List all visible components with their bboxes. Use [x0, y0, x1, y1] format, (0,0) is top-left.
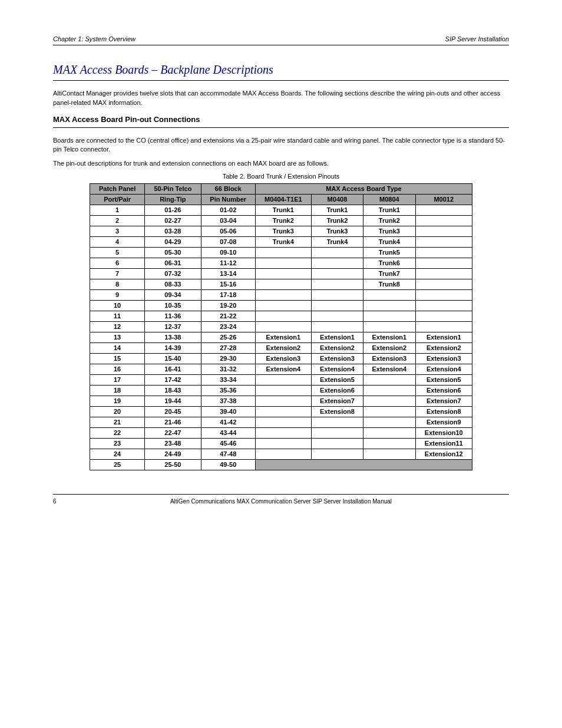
table-cell: Extension1: [363, 332, 415, 343]
table-cell: [311, 248, 363, 258]
table-cell: Trunk2: [311, 216, 363, 226]
table-cell: 43-44: [201, 428, 255, 439]
table-cell: 49-50: [201, 460, 255, 470]
table-cell: 15-16: [201, 279, 255, 290]
table-cell: 10-35: [145, 301, 201, 311]
table-cell: [311, 290, 363, 301]
table-cell: 09-34: [145, 290, 201, 301]
table-cell: Trunk3: [363, 226, 415, 237]
table-cell: 2: [90, 216, 145, 226]
th-pin: Pin Number: [201, 195, 255, 205]
table-cell: [363, 290, 415, 301]
table-cell: Trunk1: [255, 205, 311, 216]
table-row: 303-2805-06Trunk3Trunk3Trunk3: [90, 226, 472, 237]
table-row: 1515-4029-30Extension3Extension3Extensio…: [90, 354, 472, 364]
table-cell: 21-46: [145, 417, 201, 428]
table-cell: [255, 322, 311, 332]
subsection-rule: [53, 127, 509, 128]
table-cell: 01-26: [145, 205, 201, 216]
table-cell: 15-40: [145, 354, 201, 364]
page-header: Chapter 1: System Overview SIP Server In…: [53, 35, 509, 45]
page-container: Chapter 1: System Overview SIP Server In…: [0, 0, 562, 728]
table-cell: [363, 428, 415, 439]
mab-paragraph-1: Boards are connected to the CO (central …: [53, 136, 509, 154]
header-left: Chapter 1: System Overview: [53, 35, 135, 42]
table-cell: 19-44: [145, 396, 201, 407]
table-cell: 22: [90, 428, 145, 439]
table-cell: [255, 439, 311, 449]
table-row: 2222-4743-44Extension10: [90, 428, 472, 439]
table-cell: 35-36: [201, 386, 255, 396]
th-telco: 50-Pin Telco: [145, 184, 201, 195]
table-cell: 33-34: [201, 375, 255, 386]
table-cell: 23-24: [201, 322, 255, 332]
table-cell: [363, 396, 415, 407]
table-cell: Extension3: [415, 354, 472, 364]
table-cell: Extension4: [255, 364, 311, 375]
th-m0404: M0404-T1E1: [255, 195, 311, 205]
table-cell: [255, 258, 311, 269]
table-row: 2020-4539-40Extension8Extension8: [90, 407, 472, 417]
table-cell: 05-06: [201, 226, 255, 237]
table-cell: Trunk2: [255, 216, 311, 226]
table-cell: 19-20: [201, 301, 255, 311]
table-cell: [255, 311, 311, 322]
table-cell: [255, 386, 311, 396]
table-cell: Trunk4: [311, 237, 363, 248]
table-cell: Extension1: [255, 332, 311, 343]
table-cell: 21-22: [201, 311, 255, 322]
table-cell: 6: [90, 258, 145, 269]
table-row: 2424-4947-48Extension12: [90, 449, 472, 460]
th-m0012: M0012: [415, 195, 472, 205]
table-cell: Extension4: [363, 364, 415, 375]
table-cell-shaded: [255, 460, 472, 470]
table-row: 101-2601-02Trunk1Trunk1Trunk1: [90, 205, 472, 216]
table-row: 1414-3927-28Extension2Extension2Extensio…: [90, 343, 472, 354]
table-cell: Extension3: [311, 354, 363, 364]
table-cell: Trunk5: [363, 248, 415, 258]
table-row: 707-3213-14Trunk7: [90, 269, 472, 279]
table-cell: [415, 205, 472, 216]
footer-center-text: AltiGen Communications MAX Communication…: [71, 498, 491, 505]
table-cell: 03-28: [145, 226, 201, 237]
table-cell: [363, 417, 415, 428]
table-cell: Trunk2: [363, 216, 415, 226]
table-cell: 18: [90, 386, 145, 396]
table-cell: Extension8: [415, 407, 472, 417]
table-cell: 01-02: [201, 205, 255, 216]
table-cell: [415, 269, 472, 279]
section-title: MAX Access Boards – Backplane Descriptio…: [53, 63, 509, 77]
table-row: 505-3009-10Trunk5: [90, 248, 472, 258]
table-cell: [255, 428, 311, 439]
table-cell: 24: [90, 449, 145, 460]
table-cell: 05-30: [145, 248, 201, 258]
th-ring: Ring-Tip: [145, 195, 201, 205]
table-cell: Trunk7: [363, 269, 415, 279]
table-row: 202-2703-04Trunk2Trunk2Trunk2: [90, 216, 472, 226]
table-cell: Extension2: [415, 343, 472, 354]
table-cell: [415, 311, 472, 322]
table-cell: 13-38: [145, 332, 201, 343]
table-cell: [363, 301, 415, 311]
table-row: 1212-3723-24: [90, 322, 472, 332]
table-cell: 25: [90, 460, 145, 470]
table-row: 1010-3519-20: [90, 301, 472, 311]
table-cell: 11: [90, 311, 145, 322]
table-cell: 17: [90, 375, 145, 386]
table-cell: [311, 311, 363, 322]
table-cell: [415, 322, 472, 332]
table-cell: [415, 216, 472, 226]
table-cell: [363, 386, 415, 396]
table-cell: 07-08: [201, 237, 255, 248]
table-cell: Extension2: [311, 343, 363, 354]
table-cell: Trunk3: [255, 226, 311, 237]
section-rule: [53, 80, 509, 81]
table-cell: 20-45: [145, 407, 201, 417]
table-caption: Table 2. Board Trunk / Extension Pinouts: [53, 173, 509, 180]
table-cell: 22-47: [145, 428, 201, 439]
table-row: 808-3315-16Trunk8: [90, 279, 472, 290]
table-cell: Extension5: [415, 375, 472, 386]
table-cell: [255, 407, 311, 417]
table-row: 1919-4437-38Extension7Extension7: [90, 396, 472, 407]
table-row: 2525-5049-50: [90, 460, 472, 470]
